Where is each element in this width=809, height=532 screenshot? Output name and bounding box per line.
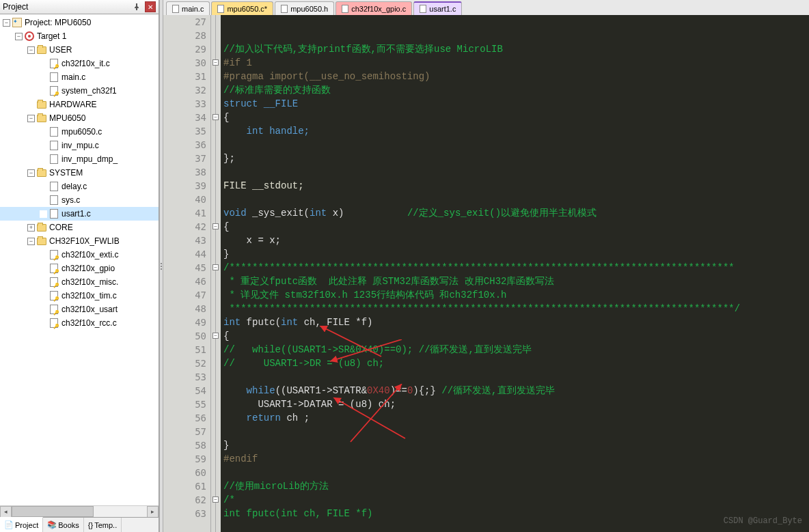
file-key-icon: [49, 263, 59, 274]
tree-item-label: ch32f10x_tim.c: [61, 291, 117, 300]
expand-icon: [40, 60, 47, 68]
folder-icon: [36, 113, 47, 124]
folder-icon: [36, 99, 47, 110]
file-key-icon: [49, 277, 59, 288]
expand-icon[interactable]: +: [27, 224, 35, 232]
btab-project[interactable]: 📄 Project: [0, 517, 43, 532]
scroll-right-icon[interactable]: ▸: [147, 506, 159, 518]
expand-icon[interactable]: −: [27, 238, 35, 245]
fold-icon[interactable]: −: [212, 114, 219, 120]
panel-header: Project ✕: [0, 0, 159, 14]
fold-column[interactable]: −−−−−−: [211, 15, 221, 532]
tree-item-label: Project: MPU6050: [25, 18, 91, 27]
tab-label: mpu6050.c*: [227, 5, 267, 13]
btab-temp[interactable]: {} Temp..: [84, 518, 122, 532]
folder-icon: [36, 236, 47, 247]
scroll-left-icon[interactable]: ◂: [0, 506, 12, 518]
tree-item[interactable]: −Target 1: [0, 29, 159, 43]
panel-title: Project: [3, 2, 131, 12]
hscrollbar[interactable]: ◂ ▸: [0, 505, 159, 517]
file-key-icon: [49, 85, 59, 96]
file-icon: [420, 5, 426, 13]
tree-item[interactable]: ch32f10x_usart: [0, 303, 159, 316]
btab-books[interactable]: 📚 Books: [43, 518, 84, 532]
tree-item[interactable]: inv_mpu_dmp_: [0, 152, 159, 166]
file-key-icon: [49, 304, 59, 315]
fold-icon[interactable]: −: [212, 223, 219, 229]
close-icon[interactable]: ✕: [145, 1, 156, 12]
expand-icon[interactable]: −: [27, 169, 35, 177]
fold-icon[interactable]: −: [212, 333, 219, 339]
tree-item-label: MPU6050: [49, 113, 85, 123]
tree-item[interactable]: delay.c: [0, 180, 159, 193]
tree-item[interactable]: −Project: MPU6050: [0, 16, 159, 29]
file-icon: [49, 126, 59, 137]
expand-icon: [40, 306, 47, 313]
tab-label: mpu6050.h: [290, 5, 328, 13]
tree-item[interactable]: sys.c: [0, 193, 159, 207]
fold-icon[interactable]: −: [212, 59, 219, 66]
file-icon: [49, 195, 59, 206]
scroll-thumb[interactable]: [12, 506, 94, 517]
tree-item[interactable]: HARDWARE: [0, 98, 159, 111]
tree-item[interactable]: usart1.c: [0, 207, 159, 221]
tree-item-label: mpu6050.c: [61, 127, 102, 137]
project-tree[interactable]: −Project: MPU6050−Target 1−USERch32f10x_…: [0, 14, 159, 505]
tree-item[interactable]: ch32f10x_tim.c: [0, 289, 159, 303]
editor-area: main.cmpu6050.c*mpu6050.hch32f10x_gpio.c…: [163, 0, 809, 532]
expand-icon[interactable]: −: [15, 33, 23, 40]
tree-item-label: CH32F10X_FWLIB: [49, 236, 120, 246]
tree-item[interactable]: +CORE: [0, 221, 159, 234]
file-icon: [281, 5, 288, 13]
tree-item-label: delay.c: [61, 182, 87, 191]
expand-icon[interactable]: −: [27, 115, 35, 122]
expand-icon: [40, 210, 47, 218]
tab-label: ch32f10x_gpio.c: [351, 5, 406, 13]
expand-icon[interactable]: −: [27, 46, 35, 54]
tree-item[interactable]: −SYSTEM: [0, 166, 159, 180]
tree-item[interactable]: −MPU6050: [0, 111, 159, 125]
tree-item-label: sys.c: [61, 195, 80, 205]
tree-item[interactable]: ch32f10x_exti.c: [0, 248, 159, 262]
editor-tab[interactable]: mpu6050.h: [275, 1, 334, 15]
file-icon: [342, 5, 348, 13]
expand-icon: [40, 279, 47, 286]
editor-tab[interactable]: mpu6050.c*: [211, 1, 273, 15]
pin-icon[interactable]: [131, 1, 142, 12]
editor-tab[interactable]: main.c: [166, 1, 210, 15]
expand-icon: [40, 197, 47, 204]
file-icon: [49, 181, 59, 192]
tree-item[interactable]: mpu6050.c: [0, 125, 159, 139]
tree-item-label: ch32f10x_exti.c: [61, 250, 118, 260]
tree-item[interactable]: main.c: [0, 70, 159, 84]
expand-icon: [40, 87, 47, 95]
file-key-icon: [49, 290, 59, 301]
expand-icon: [40, 142, 47, 150]
editor-tab[interactable]: usart1.c: [413, 1, 462, 15]
file-icon: [49, 208, 59, 219]
file-icon: [49, 154, 59, 165]
tree-item[interactable]: ch32f10x_it.c: [0, 57, 159, 70]
expand-icon[interactable]: −: [3, 19, 10, 27]
scroll-track[interactable]: [12, 506, 147, 517]
file-key-icon: [49, 318, 59, 328]
fold-icon[interactable]: −: [212, 496, 219, 503]
tree-item[interactable]: inv_mpu.c: [0, 139, 159, 152]
tree-item[interactable]: −USER: [0, 43, 159, 57]
fold-icon[interactable]: −: [212, 264, 219, 270]
tree-item[interactable]: −CH32F10X_FWLIB: [0, 234, 159, 248]
tree-item[interactable]: ch32f10x_misc.: [0, 275, 159, 289]
tree-item-label: ch32f10x_rcc.c: [61, 318, 117, 328]
tree-item[interactable]: ch32f10x_rcc.c: [0, 316, 159, 330]
tree-item[interactable]: system_ch32f1: [0, 84, 159, 98]
tree-item-label: USER: [49, 45, 72, 55]
folder-icon: [36, 44, 47, 55]
tree-item-label: ch32f10x_usart: [61, 305, 118, 314]
code-view[interactable]: //加入以下代码,支持printf函数,而不需要选择use MicroLIB#i…: [221, 15, 809, 532]
tree-item-label: ch32f10x_it.c: [61, 59, 110, 68]
editor-tab[interactable]: ch32f10x_gpio.c: [335, 1, 412, 15]
tree-item-label: CORE: [49, 223, 73, 232]
tree-item-label: usart1.c: [61, 209, 91, 219]
tree-item[interactable]: ch32f10x_gpio: [0, 262, 159, 275]
tab-label: usart1.c: [429, 5, 456, 13]
